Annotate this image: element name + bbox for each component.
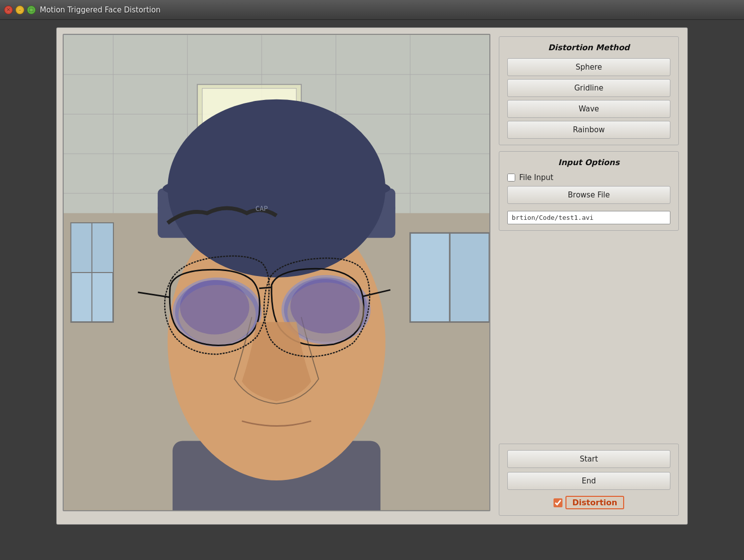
action-section: Start End Distortion xyxy=(499,444,679,516)
close-icon: ✕ xyxy=(6,7,10,12)
maximize-icon: □ xyxy=(29,7,33,12)
distortion-toggle-row: Distortion xyxy=(507,496,670,509)
distortion-method-title: Distortion Method xyxy=(507,43,670,52)
input-options-section: Input Options File Input Browse File xyxy=(499,151,679,231)
window-title: Motion Triggered Face Distortion xyxy=(40,5,161,14)
video-content: CAP xyxy=(64,35,489,510)
video-panel: CAP xyxy=(63,34,490,511)
start-button[interactable]: Start xyxy=(507,450,670,468)
file-input-label[interactable]: File Input xyxy=(519,173,554,182)
wave-button[interactable]: Wave xyxy=(507,100,670,118)
svg-point-38 xyxy=(290,279,360,333)
input-options-title: Input Options xyxy=(507,158,670,167)
main-window: CAP Distortion Method Sphere Gridline Wa… xyxy=(56,27,688,525)
svg-point-26 xyxy=(163,174,390,203)
file-input-row: File Input xyxy=(507,173,670,182)
distortion-toggle-label[interactable]: Distortion xyxy=(565,496,624,509)
svg-rect-18 xyxy=(450,233,489,322)
sphere-button[interactable]: Sphere xyxy=(507,58,670,76)
maximize-button[interactable]: □ xyxy=(27,5,36,14)
right-panel: Distortion Method Sphere Gridline Wave R… xyxy=(496,34,681,518)
distortion-method-section: Distortion Method Sphere Gridline Wave R… xyxy=(499,36,679,145)
video-frame: CAP xyxy=(64,35,489,510)
minimize-icon: – xyxy=(19,7,21,12)
svg-rect-17 xyxy=(410,233,450,322)
gridline-button[interactable]: Gridline xyxy=(507,79,670,97)
end-button[interactable]: End xyxy=(507,472,670,490)
file-path-input[interactable] xyxy=(507,211,670,224)
browse-file-button[interactable]: Browse File xyxy=(507,186,670,204)
rainbow-button[interactable]: Rainbow xyxy=(507,121,670,139)
svg-line-31 xyxy=(259,287,272,288)
file-input-checkbox[interactable] xyxy=(507,174,515,182)
close-button[interactable]: ✕ xyxy=(4,5,13,14)
spacer xyxy=(499,237,679,438)
input-options-controls: File Input Browse File xyxy=(507,173,670,224)
distortion-checkbox[interactable] xyxy=(554,498,562,507)
svg-text:CAP: CAP xyxy=(256,204,268,212)
titlebar: ✕ – □ Motion Triggered Face Distortion xyxy=(0,0,744,20)
svg-point-37 xyxy=(180,280,249,334)
minimize-button[interactable]: – xyxy=(15,5,24,14)
window-controls: ✕ – □ xyxy=(4,5,36,14)
